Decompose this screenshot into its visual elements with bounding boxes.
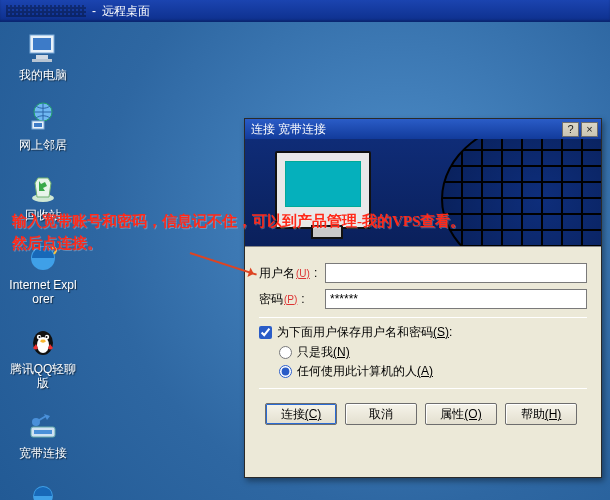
svg-point-16 bbox=[40, 340, 45, 343]
remote-desktop-titlebar: - 远程桌面 bbox=[0, 0, 610, 22]
ie-icon bbox=[25, 240, 61, 276]
globe-graphic bbox=[441, 139, 601, 247]
dialog-body: 用户名(U): 密码(P): 为下面用户保存用户名和密码(S): bbox=[245, 247, 601, 433]
desktop-area: 我的电脑 网上邻居 回收站 Internet Explorer 腾讯QQ轻聊版 bbox=[0, 22, 610, 500]
network-icon bbox=[25, 100, 61, 136]
help-button-bottom[interactable]: 帮助(H) bbox=[505, 403, 577, 425]
penguin-icon bbox=[25, 324, 61, 360]
dialog-banner bbox=[245, 139, 601, 247]
titlebar-sep: - bbox=[92, 4, 96, 18]
dialog-titlebar[interactable]: 连接 宽带连接 ? × bbox=[245, 119, 601, 139]
icon-ie-bottom[interactable] bbox=[8, 478, 78, 500]
svg-rect-7 bbox=[34, 123, 42, 127]
radio-anyone[interactable] bbox=[279, 365, 292, 378]
computer-icon bbox=[25, 30, 61, 66]
dialog-button-row: 连接(C) 取消 属性(O) 帮助(H) bbox=[259, 403, 587, 425]
divider bbox=[259, 388, 587, 389]
icon-internet-explorer[interactable]: Internet Explorer bbox=[8, 240, 78, 306]
close-button[interactable]: × bbox=[581, 122, 598, 137]
icon-qq[interactable]: 腾讯QQ轻聊版 bbox=[8, 324, 78, 390]
titlebar-pixelated-left bbox=[6, 5, 86, 17]
icon-network-neighborhood[interactable]: 网上邻居 bbox=[8, 100, 78, 152]
save-credentials-checkbox[interactable] bbox=[259, 326, 272, 339]
icon-my-computer[interactable]: 我的电脑 bbox=[8, 30, 78, 82]
save-for-radiogroup: 只是我(N) 任何使用此计算机的人(A) bbox=[279, 344, 587, 380]
radio-anyone-label: 任何使用此计算机的人(A) bbox=[297, 363, 433, 380]
dialup-dialog: 连接 宽带连接 ? × 用户名(U): 密码(P): bbox=[244, 118, 602, 478]
username-label: 用户名(U): bbox=[259, 265, 325, 282]
ie-icon bbox=[25, 478, 61, 500]
svg-point-15 bbox=[46, 336, 48, 338]
radio-only-me-label: 只是我(N) bbox=[297, 344, 350, 361]
svg-point-11 bbox=[37, 337, 49, 353]
monitor-graphic bbox=[275, 151, 371, 229]
svg-rect-4 bbox=[32, 59, 52, 62]
svg-rect-2 bbox=[33, 38, 51, 50]
icon-label: 我的电脑 bbox=[19, 68, 67, 82]
svg-rect-18 bbox=[34, 430, 52, 434]
titlebar-suffix: 远程桌面 bbox=[102, 3, 150, 20]
icon-label: 网上邻居 bbox=[19, 138, 67, 152]
help-button[interactable]: ? bbox=[562, 122, 579, 137]
icon-label: 回收站 bbox=[25, 208, 61, 222]
svg-point-14 bbox=[39, 336, 41, 338]
icon-label: 腾讯QQ轻聊版 bbox=[8, 362, 78, 390]
svg-rect-3 bbox=[36, 55, 48, 59]
password-input[interactable] bbox=[325, 289, 587, 309]
dialog-title-text: 连接 宽带连接 bbox=[251, 121, 326, 138]
desktop-icon-column: 我的电脑 网上邻居 回收站 Internet Explorer 腾讯QQ轻聊版 bbox=[8, 30, 78, 500]
dialup-icon bbox=[25, 408, 61, 444]
save-credentials-label: 为下面用户保存用户名和密码(S): bbox=[277, 324, 452, 341]
properties-button[interactable]: 属性(O) bbox=[425, 403, 497, 425]
radio-only-me[interactable] bbox=[279, 346, 292, 359]
icon-broadband-connection[interactable]: 宽带连接 bbox=[8, 408, 78, 460]
cancel-button[interactable]: 取消 bbox=[345, 403, 417, 425]
icon-label: Internet Explorer bbox=[8, 278, 78, 306]
connect-button[interactable]: 连接(C) bbox=[265, 403, 337, 425]
username-input[interactable] bbox=[325, 263, 587, 283]
recycle-icon bbox=[25, 170, 61, 206]
password-label: 密码(P): bbox=[259, 291, 325, 308]
icon-label: 宽带连接 bbox=[19, 446, 67, 460]
divider bbox=[259, 317, 587, 318]
icon-recycle-bin[interactable]: 回收站 bbox=[8, 170, 78, 222]
